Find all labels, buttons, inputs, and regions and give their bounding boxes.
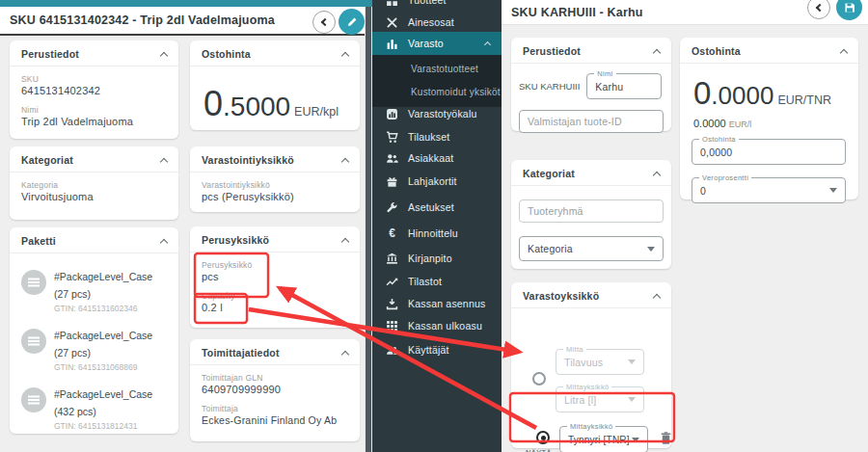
capacity-field: Capacity 0.2 l — [202, 291, 348, 313]
sidebar-item-asetukset[interactable]: Asetukset — [372, 196, 502, 219]
price-per-litre: 0.0000 EUR/l — [693, 118, 845, 129]
card-ostohinta-left: Ostohinta 0.5000EUR/kpl — [190, 40, 360, 130]
sku-field: SKU 6415131402342 — [21, 74, 167, 96]
top-accent-bar — [0, 0, 372, 7]
veroprosentti-select[interactable]: Veroprosentti 0 — [692, 177, 846, 203]
gln-field: Toimittajan GLN 6409709999990 — [202, 373, 348, 395]
sidebar-item-hinnoittelu[interactable]: € Hinnoittelu — [372, 222, 502, 245]
left-header: SKU 6415131402342 - Trip 2dl Vadelmajuom… — [0, 7, 365, 34]
collapse-chevron-icon[interactable] — [341, 157, 349, 165]
nimi-input[interactable]: Nimi Karhu — [586, 73, 662, 99]
mittayksikko-select[interactable]: Mittayksikkö Litra [l] — [556, 386, 644, 412]
sidebar-item-lahjakortit[interactable]: Lahjakortit — [372, 170, 502, 193]
people-icon — [386, 152, 398, 165]
collapse-chevron-icon[interactable] — [160, 51, 168, 59]
sidebar-item-ainesosat[interactable]: Ainesosat — [372, 11, 502, 34]
product-detail-window: SKU 6415131402342 - Trip 2dl Vadelmajuom… — [0, 0, 372, 452]
edit-button[interactable] — [339, 9, 365, 35]
card-title: Kategoriat — [21, 154, 73, 166]
wrench-icon — [386, 201, 398, 214]
card-kategoriat-right: Kategoriat Tuoteryhmä Kategoria — [511, 160, 671, 269]
toimittaja-field: Toimittaja Eckes-Granini Finland Oy Ab — [202, 404, 348, 426]
mittayksikko2-select[interactable]: Mittayksikkö Tynnyri [TNR] — [559, 426, 648, 452]
sidebar-item-tilastot[interactable]: Tilastot — [372, 270, 502, 293]
pencil-icon — [346, 16, 358, 28]
trend-icon — [386, 276, 398, 288]
package-list-item[interactable]: #PackageLevel_Case (432 pcs)GTIN: 641513… — [21, 385, 167, 431]
card-perusyksikko: Perusyksikkö Perusyksikkö pcs Capacity 0… — [190, 226, 360, 328]
grid9-icon — [386, 320, 398, 332]
volume-unit-radio[interactable] — [532, 372, 546, 386]
card-title: Paketti — [21, 235, 56, 247]
collapse-chevron-icon[interactable] — [341, 51, 349, 59]
tuoteryhma-input[interactable]: Tuoteryhmä — [519, 199, 664, 223]
grid-icon — [386, 0, 398, 7]
sidebar-item-kustomoidut-yksikot[interactable]: Kustomoidut yksiköt — [372, 81, 502, 103]
sidebar-item-varastotuotteet[interactable]: Varastotuotteet — [372, 58, 502, 80]
users-icon — [386, 344, 398, 357]
nav-sidebar: Tuotteet Ainesosat Varasto Varastotuotte… — [372, 0, 502, 452]
perusyksikko-field: Perusyksikkö pcs — [202, 260, 348, 282]
sidebar-item-tilaukset[interactable]: Tilaukset — [372, 125, 502, 148]
tynnyri-unit-radio[interactable] — [536, 431, 550, 444]
card-title: Varastoyksikkö — [523, 290, 599, 302]
delete-unit-button[interactable] — [659, 431, 673, 449]
collapse-chevron-icon[interactable] — [341, 350, 349, 358]
header-divider — [0, 34, 365, 36]
scrollbar-track[interactable] — [365, 7, 372, 452]
sidebar-item-kayttajat[interactable]: Käyttäjät — [372, 338, 502, 361]
varastointiyksikko-field: Varastointiyksikkö pcs (Perusyksikkö) — [202, 180, 348, 202]
collapse-chevron-icon[interactable] — [840, 48, 848, 56]
trash-icon — [659, 431, 673, 445]
product-edit-window: SKU KARHUIII - Karhu Perustiedot SKU KAR… — [502, 0, 868, 452]
left-page-title: SKU 6415131402342 - Trip 2dl Vadelmajuom… — [10, 13, 275, 27]
sku-text: SKU KARHUIII — [519, 81, 580, 92]
card-paketti: Paketti #PackageLevel_Case (27 pcs)GTIN:… — [10, 227, 178, 434]
sidebar-item-kassan-asennus[interactable]: Kassan asennus — [372, 292, 502, 315]
dropdown-caret-icon — [829, 188, 837, 193]
collapse-chevron-icon[interactable] — [160, 157, 168, 165]
kategoria-select[interactable]: Kategoria — [519, 236, 664, 261]
card-title: Perusyksikkö — [202, 234, 269, 246]
package-icon — [21, 329, 46, 354]
euro-icon: € — [386, 227, 398, 240]
back-button[interactable] — [807, 0, 830, 19]
chart-box-icon — [386, 108, 398, 120]
dropdown-caret-icon — [647, 247, 655, 252]
sidebar-item-asiakkaat[interactable]: Asiakkaat — [372, 146, 502, 170]
save-button[interactable] — [836, 0, 862, 20]
chevron-left-icon — [321, 17, 329, 25]
sidebar-item-kirjanpito[interactable]: Kirjanpito — [372, 247, 502, 270]
kategoria-field: Kategoria Virvoitusjuoma — [21, 180, 167, 202]
package-list-item[interactable]: #PackageLevel_Case (27 pcs)GTIN: 6415131… — [21, 267, 167, 313]
collapse-chevron-icon[interactable] — [341, 237, 349, 245]
package-list-item[interactable]: #PackageLevel_Case (27 pcs)GTIN: 6415131… — [21, 326, 167, 372]
back-button[interactable] — [312, 11, 336, 34]
card-kategoriat-left: Kategoriat Kategoria Virvoitusjuoma — [10, 146, 178, 220]
varasto-submenu: Varastotuotteet Kustomoidut yksiköt — [372, 55, 502, 107]
card-title: Varastointiyksikkö — [202, 154, 294, 166]
bar-chart-icon — [386, 38, 398, 50]
dropdown-caret-icon — [628, 359, 636, 364]
mitta-select[interactable]: Mitta Tilavuus — [556, 349, 644, 375]
nimi-field: Nimi Trip 2dl Vadelmajuoma — [21, 105, 167, 127]
card-title: Ostohinta — [692, 45, 741, 57]
package-icon — [21, 387, 46, 412]
ostohinta-input[interactable]: Ostohinta 0,0000 — [692, 139, 846, 165]
card-title: Perustiedot — [21, 48, 79, 60]
sidebar-item-varasto[interactable]: Varasto — [372, 32, 502, 55]
right-page-title: SKU KARHUIII - Karhu — [511, 6, 643, 19]
nayta-label: NÄYTÄ — [526, 448, 552, 452]
bank-icon — [386, 253, 398, 265]
collapse-chevron-icon[interactable] — [653, 293, 661, 301]
collapse-chevron-icon[interactable] — [653, 171, 661, 178]
collapse-chevron-icon[interactable] — [653, 48, 661, 56]
tuote-id-input[interactable]: Valmistajan tuote-ID — [519, 110, 664, 133]
collapse-chevron-icon[interactable] — [160, 238, 168, 246]
scrollbar-thumb[interactable] — [366, 7, 371, 452]
dropdown-caret-icon — [628, 397, 636, 402]
utensils-icon — [386, 16, 398, 29]
sidebar-item-kassan-ulkoasu[interactable]: Kassan ulkoasu — [372, 314, 502, 337]
save-icon — [844, 2, 855, 13]
sidebar-item-varastotyokalu[interactable]: Varastotyökalu — [372, 102, 502, 125]
